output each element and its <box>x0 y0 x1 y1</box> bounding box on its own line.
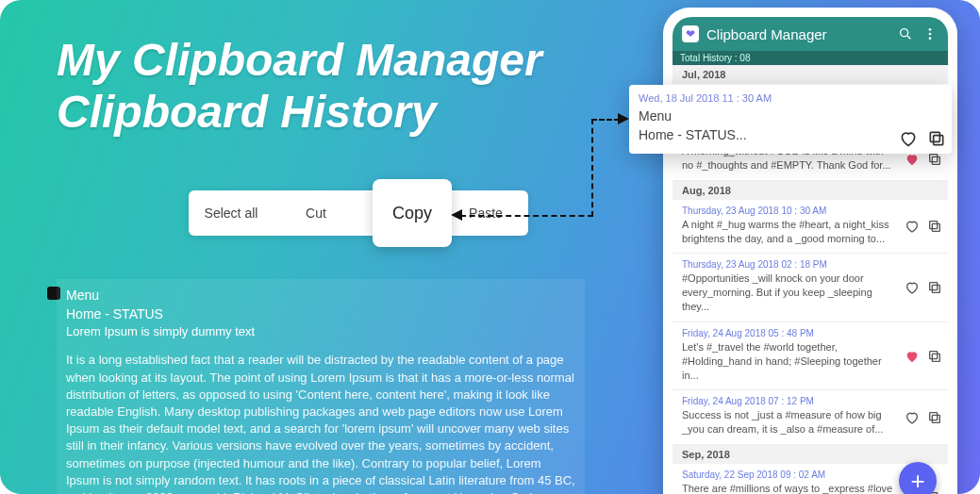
month-header-jul: Jul, 2018 <box>673 65 948 84</box>
svg-rect-8 <box>930 222 938 229</box>
app-bar: ❤ Clipboard Manager <box>673 17 948 51</box>
svg-rect-7 <box>932 223 939 231</box>
selected-text-block: Menu Home - STATUS Lorem Ipsum is simply… <box>57 273 585 494</box>
sel-status: Home - STATUS <box>66 305 575 324</box>
favorite-icon[interactable] <box>905 219 920 234</box>
cut-button[interactable]: Cut <box>274 206 358 221</box>
sel-lorem: Lorem Ipsum is simply dummy text <box>66 323 575 340</box>
list-item[interactable]: Thursday, 23 Aug 2018 02 : 18 PM #Opport… <box>673 254 948 322</box>
svg-rect-6 <box>930 155 938 162</box>
copy-icon[interactable] <box>927 152 942 167</box>
entry-body: Let's #_travel the #world together, #Hol… <box>682 340 938 383</box>
svg-rect-11 <box>932 354 939 361</box>
month-header-aug: Aug, 2018 <box>673 181 948 200</box>
entry-timestamp: Friday, 24 Aug 2018 05 : 48 PM <box>682 328 938 338</box>
svg-point-0 <box>901 29 908 37</box>
svg-rect-9 <box>932 285 939 292</box>
heart-icon: ❤ <box>682 25 699 42</box>
headline: My Clipboard Manager Clipboard History <box>57 34 542 138</box>
list-item[interactable]: Friday, 24 Aug 2018 05 : 48 PM Let's #_t… <box>673 322 948 391</box>
svg-point-2 <box>929 28 932 31</box>
popout-line1: Menu <box>639 107 942 126</box>
svg-rect-20 <box>930 133 939 142</box>
context-toolbar: Select all Cut . Paste Copy <box>189 190 528 236</box>
entry-body: A night #_hug warms the #heart, a night_… <box>682 218 938 246</box>
select-all-button[interactable]: Select all <box>189 206 274 221</box>
headline-line2: Clipboard History <box>57 86 542 138</box>
arrow-right-icon <box>618 113 629 124</box>
popout-line2: Home - STATUS... <box>639 126 942 145</box>
search-icon[interactable] <box>897 26 914 41</box>
svg-rect-12 <box>930 351 938 358</box>
headline-line1: My Clipboard Manager <box>57 34 542 86</box>
copy-icon[interactable] <box>927 280 942 295</box>
app-title: Clipboard Manager <box>706 26 889 42</box>
connector-line <box>591 119 620 121</box>
more-icon[interactable] <box>922 26 938 41</box>
entry-body: Success is not _just a #measure of how b… <box>682 408 938 436</box>
favorite-icon[interactable] <box>899 129 914 144</box>
svg-rect-19 <box>934 136 943 145</box>
sel-menu: Menu <box>66 287 575 305</box>
list-item[interactable]: Friday, 24 Aug 2018 07 : 12 PM Success i… <box>673 390 948 445</box>
entry-timestamp: Thursday, 23 Aug 2018 10 : 30 AM <box>682 206 938 216</box>
copy-button[interactable]: Copy <box>373 179 452 247</box>
promo-stage: My Clipboard Manager Clipboard History S… <box>0 0 980 494</box>
svg-line-1 <box>907 36 910 39</box>
copy-icon[interactable] <box>927 219 942 234</box>
svg-rect-13 <box>932 415 939 422</box>
favorite-icon[interactable] <box>905 349 920 364</box>
total-history-bar: Total History : 08 <box>673 51 948 65</box>
entry-body: #Opportunities _will knock on your door … <box>682 272 938 314</box>
entry-timestamp: Thursday, 23 Aug 2018 02 : 18 PM <box>682 259 938 270</box>
copy-icon[interactable] <box>927 129 942 144</box>
month-header-sep: Sep, 2018 <box>673 445 948 464</box>
sel-paragraph: It is a long established fact that a rea… <box>66 352 575 494</box>
arrow-left-icon <box>451 209 462 221</box>
svg-rect-5 <box>932 156 939 164</box>
add-fab[interactable]: + <box>899 462 937 494</box>
list-item[interactable]: Thursday, 23 Aug 2018 10 : 30 AM A night… <box>673 200 948 255</box>
favorite-icon[interactable] <box>905 410 920 425</box>
connector-line <box>460 215 593 217</box>
popout-timestamp: Wed, 18 Jul 2018 11 : 30 AM <box>639 92 942 104</box>
svg-rect-10 <box>930 283 938 290</box>
phone-mockup: ❤ Clipboard Manager Total History : 08 J… <box>663 8 957 494</box>
copy-icon[interactable] <box>927 349 942 364</box>
favorite-icon[interactable] <box>905 152 920 167</box>
connector-line <box>591 119 593 217</box>
popout-entry-card[interactable]: Wed, 18 Jul 2018 11 : 30 AM Menu Home - … <box>629 85 952 154</box>
favorite-icon[interactable] <box>905 280 920 295</box>
svg-point-4 <box>929 37 932 40</box>
svg-rect-14 <box>930 412 938 420</box>
svg-point-3 <box>929 33 932 36</box>
entry-timestamp: Friday, 24 Aug 2018 07 : 12 PM <box>682 396 938 406</box>
copy-icon[interactable] <box>927 410 942 425</box>
